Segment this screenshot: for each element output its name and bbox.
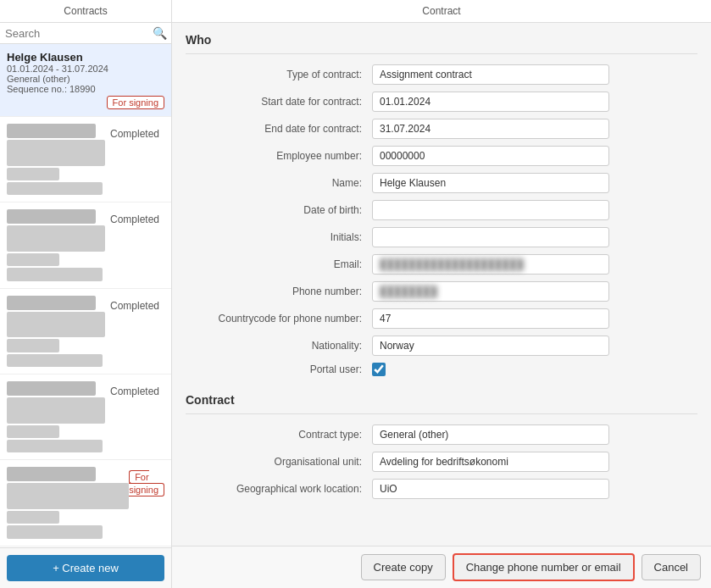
change-phone-button[interactable]: Change phone number or email	[453, 553, 635, 581]
search-input[interactable]	[5, 27, 147, 40]
list-item[interactable]: ████ ████████ ██.██.████ - ██.██.████ ██…	[0, 117, 171, 202]
right-footer: Create copy Change phone number or email…	[172, 546, 711, 588]
name-row: Name: Helge Klausen	[186, 173, 697, 193]
contract-header: Contract	[172, 0, 711, 23]
name-label: Name:	[186, 177, 372, 189]
name-value: Helge Klausen	[372, 173, 609, 193]
contract-item-dates: 01.01.2024 - 31.07.2024	[7, 64, 164, 74]
right-content: Who Type of contract: Assignment contrac…	[172, 23, 711, 546]
contract-item-name: ████████ ████	[7, 209, 96, 224]
contract-item-seq: Sequence no.: █████	[7, 440, 103, 452]
status-badge: Completed	[105, 385, 164, 398]
start-date-value: 01.01.2024	[372, 92, 609, 112]
create-new-button[interactable]: + Create new	[7, 555, 164, 581]
contract-item-name: Helge Klausen	[7, 51, 164, 64]
employee-number-label: Employee number:	[186, 150, 372, 162]
end-date-row: End date for contract: 31.07.2024	[186, 119, 697, 139]
contract-section-title: Contract	[186, 383, 697, 414]
nationality-value: Norway	[372, 336, 609, 356]
who-section-title: Who	[186, 23, 697, 54]
contract-item-dates: ██.██.████ - ██.██.████	[7, 483, 129, 509]
status-badge-signing: For signing	[107, 96, 164, 109]
portal-user-label: Portal user:	[186, 363, 372, 375]
contract-item-seq: Sequence no.: █████	[7, 525, 103, 538]
contract-item-type: ████████	[7, 425, 59, 438]
end-date-label: End date for contract:	[186, 123, 372, 135]
contract-item-name: ████████ ████	[7, 381, 96, 396]
phone-label: Phone number:	[186, 286, 372, 297]
org-unit-label: Organisational unit:	[186, 456, 372, 468]
phone-row: Phone number: ████████	[186, 281, 697, 302]
phone-value: ████████	[372, 281, 609, 302]
initials-row: Initials:	[186, 227, 697, 247]
start-date-label: Start date for contract:	[186, 96, 372, 108]
nationality-row: Nationality: Norway	[186, 336, 697, 356]
countrycode-label: Countrycode for phone number:	[186, 313, 372, 325]
contract-item-dates: ██.██.████ - ██.██.████	[7, 225, 105, 252]
email-row: Email: ████████████████████	[186, 254, 697, 275]
contract-item-dates: ██.██.████ - ██.██.████	[7, 397, 105, 424]
contract-item-type: ████████	[7, 168, 59, 180]
countrycode-value: 47	[372, 308, 609, 329]
active-contract-item[interactable]: Helge Klausen 01.01.2024 - 31.07.2024 Ge…	[0, 44, 171, 117]
email-label: Email:	[186, 258, 372, 270]
geo-work-value: UiO	[372, 479, 609, 499]
contracts-list: Helge Klausen 01.01.2024 - 31.07.2024 Ge…	[0, 44, 171, 547]
geo-work-label: Geographical work location:	[186, 483, 372, 495]
list-item[interactable]: ████████ ████ ██.██.████ - ██.██.████ ██…	[0, 460, 171, 546]
list-item[interactable]: ████████ ████ ██.██.████ - ██.██.████ ██…	[0, 289, 171, 374]
type-of-contract-value: Assignment contract	[372, 64, 609, 85]
contract-item-type: General (other)	[7, 74, 164, 84]
create-copy-button[interactable]: Create copy	[361, 554, 446, 580]
contract-item-seq: Sequence no.: 18990	[7, 84, 164, 94]
type-of-contract-label: Type of contract:	[186, 69, 372, 80]
contract-item-type: ████████	[7, 339, 59, 352]
search-bar: 🔍 ↻	[0, 23, 171, 44]
portal-user-row: Portal user:	[186, 363, 697, 376]
contract-item-dates: ██.██.████ - ██.██.████	[7, 140, 105, 166]
left-panel: Contracts 🔍 ↻ Helge Klausen 01.01.2024 -…	[0, 0, 172, 588]
status-badge: Completed	[105, 213, 164, 226]
portal-user-checkbox[interactable]	[372, 363, 386, 376]
initials-label: Initials:	[186, 231, 372, 243]
contract-type-value: General (other)	[372, 424, 609, 445]
cancel-button[interactable]: Cancel	[642, 554, 701, 580]
end-date-value: 31.07.2024	[372, 119, 609, 139]
right-panel: Contract Who Type of contract: Assignmen…	[172, 0, 711, 588]
list-item[interactable]: ████████ ████ ██.██.████ - ██.██.████ ██…	[0, 374, 171, 460]
contract-item-name: ████████ ████	[7, 467, 96, 481]
contract-type-label: Contract type:	[186, 429, 372, 441]
contract-item-name: ████████ ████	[7, 296, 96, 310]
email-value: ████████████████████	[372, 254, 609, 275]
search-icon[interactable]: 🔍	[151, 26, 169, 40]
contracts-header: Contracts	[0, 0, 171, 23]
type-of-contract-row: Type of contract: Assignment contract	[186, 64, 697, 85]
contract-item-name: ████ ████████	[7, 124, 96, 138]
nationality-label: Nationality:	[186, 340, 372, 352]
employee-number-row: Employee number: 00000000	[186, 146, 697, 166]
initials-value	[372, 227, 609, 247]
contract-item-seq: Sequence no.: █████	[7, 268, 103, 280]
countrycode-row: Countrycode for phone number: 47	[186, 308, 697, 329]
list-item[interactable]: ████████ ████ ██.██.████ - ██.██.████ ██…	[0, 202, 171, 288]
contract-item-seq: Sequence no.: █████	[7, 182, 103, 195]
other-contracts-list: ████ ████████ ██.██.████ - ██.██.████ ██…	[0, 117, 171, 547]
dob-value	[372, 200, 609, 220]
org-unit-value: Avdeling for bedriftsøkonomi	[372, 452, 609, 472]
contract-item-dates: ██.██.████ - ██.██.████	[7, 312, 105, 338]
dob-label: Date of birth:	[186, 204, 372, 216]
status-badge: For signing	[129, 470, 164, 496]
employee-number-value: 00000000	[372, 146, 609, 166]
geo-work-row: Geographical work location: UiO	[186, 479, 697, 499]
status-badge: Completed	[105, 127, 164, 141]
dob-row: Date of birth:	[186, 200, 697, 220]
status-badge: Completed	[105, 299, 164, 313]
start-date-row: Start date for contract: 01.01.2024	[186, 92, 697, 112]
org-unit-row: Organisational unit: Avdeling for bedrif…	[186, 452, 697, 472]
contract-item-type: ████████	[7, 253, 59, 266]
contract-item-seq: Sequence no.: █████	[7, 354, 103, 367]
left-footer: + Create new	[0, 547, 171, 588]
contract-item-type: ████████	[7, 511, 59, 524]
contract-type-row: Contract type: General (other)	[186, 424, 697, 445]
